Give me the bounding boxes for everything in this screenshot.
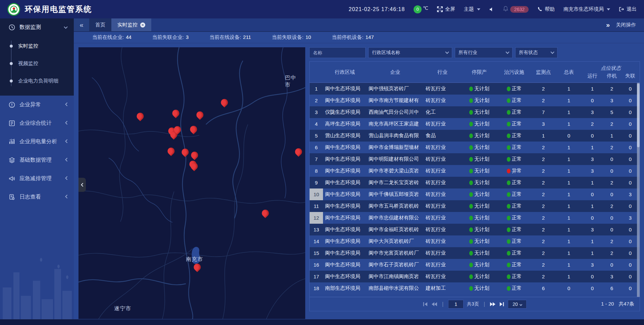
sidebar-item-power-usage-analysis[interactable]: 企业用电量分析 [0,132,74,151]
cell-run-count: 0 [582,274,603,279]
industry-select[interactable]: 所有行业 [455,47,513,58]
row-index: 4 [310,118,323,130]
submenu-item-label: 企业电力负荷明细 [18,78,58,84]
page-size-select[interactable]: 20 [508,300,527,309]
table-row[interactable]: 5营山生态环境局营山县润丰肉食品有限食品无计划正常10010 [310,130,640,142]
table-row[interactable]: 4高坪生态环境局南充市高坪区王家店建砖瓦行业无计划正常31220 [310,118,640,130]
region-select[interactable]: 行政区域名称 [368,47,452,58]
table-row[interactable]: 3仪陇生态环境局西南油气田分公司川中化工无计划正常71350 [310,106,640,118]
table-row[interactable]: 9阆中生态环境局阆中市二龙长宝页岩砖砖瓦行业无计划正常21120 [310,177,640,188]
cell-region: 阆中生态环境局 [323,168,367,174]
cell-run-count: 1 [582,180,603,185]
table-row[interactable]: 7阆中生态环境局阆中明阳建材有限公司砖瓦行业无计划正常21300 [310,153,640,165]
cell-treatment-status: 正常 [497,226,531,233]
logout-button[interactable]: 退出 [619,6,637,12]
treatment-status-text: 正常 [512,179,522,186]
sidebar-item-realtime-monitoring[interactable]: 实时监控 [0,37,74,55]
status-dot-icon [469,251,473,256]
table-row[interactable]: 6阆中生态环境局阆中市金博瑞新型墙材砖瓦行业无计划正常21120 [310,142,640,153]
treatment-status-text: 正常 [512,250,522,256]
cell-industry: 砖瓦行业 [424,168,461,174]
table-row[interactable]: 12阆中生态环境局阆中市忠信建材有限公砖瓦行业无计划正常21003 [310,212,640,224]
fullscreen-button[interactable]: 全屏 [437,6,455,12]
sidebar-item-enterprise-statistics[interactable]: 企业综合统计 [0,114,74,132]
table-row[interactable]: 18南部生态环境局南部县砌华水泥有限公建材加工无计划正常60060 [310,282,640,294]
sound-button[interactable] [489,7,494,12]
close-operations-button[interactable]: » 关闭操作 [598,18,644,31]
map-city-label-bazhong: 巴中市 [285,74,299,89]
tabbar-spacer [151,18,598,31]
name-search-input[interactable] [309,47,366,58]
status-dot-icon [507,227,511,232]
next-page-button[interactable] [490,302,496,307]
row-index: 3 [310,106,323,118]
status-dot-icon [469,263,473,267]
treatment-status-text: 异常 [512,168,522,174]
cell-stopped-count: 3 [603,98,621,103]
sidebar-item-log-view[interactable]: 日志查看 [0,188,74,206]
last-page-button[interactable] [499,302,504,307]
limit-status-text: 无计划 [474,168,489,174]
sidebar-item-video-monitoring[interactable]: 视频监控 [0,55,74,72]
pagination-divider: | [482,301,486,307]
page-number-input[interactable] [448,300,464,309]
theme-dropdown[interactable]: 主题 [464,6,480,12]
cell-total-meter: 0 [556,285,582,291]
cell-treatment-status: 正常 [497,238,531,245]
cell-company: 营山县润丰肉食品有限 [367,132,424,139]
close-icon[interactable]: ✕ [140,22,145,28]
close-operations-label: 关闭操作 [616,22,636,28]
treatment-status-text: 正常 [512,86,522,92]
tab-realtime-monitoring[interactable]: 实时监控 ✕ [111,18,151,31]
sidebar-item-emergency-reduction[interactable]: 应急减排管理 [0,169,74,188]
first-page-button[interactable] [423,302,428,307]
help-button[interactable]: 帮助 [537,6,555,12]
table-row[interactable]: 15阆中生态环境局阆中市光富页岩机砖厂砖瓦行业无计划正常21120 [310,247,640,259]
map-panel[interactable]: 巴中市 南充市 遂宁市 [78,47,305,319]
stat-label: 当前停机设备: [332,34,363,41]
table-row[interactable]: 10阆中生态环境局阆中千佛镇五郎垭页岩砖瓦行业无计划正常21003 [310,188,640,200]
table-row[interactable]: 8阆中生态环境局阆中市枣碧大梁山页岩砖瓦行业无计划异常21300 [310,165,640,177]
cell-run-count: 1 [582,203,603,209]
tab-label: 首页 [95,22,105,28]
sidebar-item-data-monitoring[interactable]: 数据监测 [0,18,74,36]
cell-run-count: 0 [582,192,603,197]
status-dot-icon [469,110,473,115]
sidebar-item-basic-data-management[interactable]: 基础数据管理 [0,151,74,169]
treatment-status-text: 正常 [512,226,522,233]
menu-section-data-monitoring: 数据监测 实时监控 视频监控 [0,18,74,96]
table-body: 1阆中生态环境局阆中强锐页岩砖厂砖瓦行业无计划正常211202阆中生态环境局阆中… [310,83,640,297]
sidebar-item-label: 基础数据管理 [19,157,61,164]
table-row[interactable]: 13阆中生态环境局阆中市金福旺页岩机砖砖瓦行业无计划正常21300 [310,224,640,235]
pagination-divider: | [441,301,445,307]
cell-total-meter: 1 [556,238,582,244]
tabs-scroll-left-button[interactable]: « [74,18,89,31]
table-scrollbar-thumb[interactable] [637,84,640,147]
sidebar-item-enterprise-abnormal[interactable]: 企业异常 [0,96,74,114]
cell-treatment-status: 正常 [497,97,531,104]
chevron-down-icon [607,8,610,10]
limit-status-text: 无计划 [474,179,489,186]
cell-region: 阆中生态环境局 [323,215,367,221]
notification-count-badge: 2632 [510,6,529,13]
user-org-dropdown[interactable]: 南充市生态环境局 [564,6,610,12]
table-row[interactable]: 2阆中生态环境局阆中市南方节能建材有砖瓦行业无计划正常21030 [310,95,640,106]
table-row[interactable]: 11阆中生态环境局阆中市五马桥页岩机砖砖瓦行业无计划正常21120 [310,200,640,212]
notification-area[interactable]: 2632 [503,6,529,13]
sidebar-item-power-load-detail[interactable]: 企业电力负荷明细 [0,72,74,90]
table-row[interactable]: 14阆中生态环境局阆中大兴页岩机砖厂砖瓦行业无计划正常21120 [310,235,640,247]
cell-industry: 食品 [424,132,461,139]
row-index: 17 [310,271,323,282]
status-select[interactable]: 所有状态 [515,47,557,58]
status-dot-icon [469,180,473,185]
prev-page-button[interactable] [431,302,437,307]
table-scrollbar[interactable] [637,83,640,297]
table-row[interactable]: 1阆中生态环境局阆中强锐页岩砖厂砖瓦行业无计划正常21120 [310,83,640,95]
tabs-scroll-right-button[interactable]: » [606,21,610,29]
panel-collapse-handle[interactable] [78,178,86,192]
tab-home[interactable]: 首页 [89,18,111,31]
cell-run-count: 1 [582,86,603,92]
cell-run-count: 0 [582,98,603,103]
table-row[interactable]: 17阆中生态环境局阆中市江南镇阆南页岩砖瓦行业无计划正常21030 [310,271,640,282]
table-row[interactable]: 16阆中生态环境局阆中市石子页岩机砖厂砖瓦行业无计划正常21300 [310,259,640,271]
